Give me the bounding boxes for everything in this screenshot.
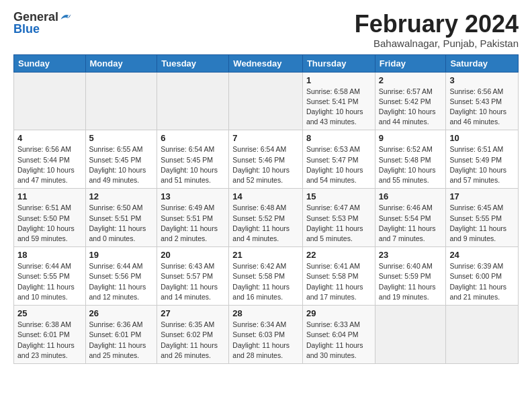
weekday-header-friday: Friday (375, 54, 446, 72)
calendar-cell: 21Sunrise: 6:42 AMSunset: 5:58 PMDayligh… (229, 247, 303, 306)
calendar-cell: 23Sunrise: 6:40 AMSunset: 5:59 PMDayligh… (375, 247, 446, 306)
day-number: 16 (379, 191, 443, 201)
day-info: Sunrise: 6:57 AMSunset: 5:42 PMDaylight:… (379, 87, 443, 128)
day-number: 19 (89, 250, 154, 260)
day-number: 4 (17, 133, 82, 143)
day-info: Sunrise: 6:56 AMSunset: 5:43 PMDaylight:… (449, 87, 515, 128)
calendar-week-row: 11Sunrise: 6:51 AMSunset: 5:50 PMDayligh… (14, 189, 519, 247)
calendar-cell: 8Sunrise: 6:53 AMSunset: 5:47 PMDaylight… (302, 130, 375, 189)
calendar-cell: 3Sunrise: 6:56 AMSunset: 5:43 PMDaylight… (446, 72, 519, 130)
day-info: Sunrise: 6:35 AMSunset: 6:02 PMDaylight:… (161, 320, 225, 361)
calendar-cell: 22Sunrise: 6:41 AMSunset: 5:58 PMDayligh… (302, 247, 375, 306)
day-info: Sunrise: 6:52 AMSunset: 5:48 PMDaylight:… (379, 144, 443, 185)
day-number: 23 (379, 250, 443, 260)
calendar-cell: 2Sunrise: 6:57 AMSunset: 5:42 PMDaylight… (375, 72, 446, 130)
day-number: 11 (17, 191, 82, 201)
title-area: February 2024 Bahawalnagar, Punjab, Paki… (355, 11, 519, 49)
calendar-cell: 28Sunrise: 6:34 AMSunset: 6:03 PMDayligh… (229, 306, 303, 364)
day-info: Sunrise: 6:46 AMSunset: 5:54 PMDaylight:… (379, 203, 443, 244)
day-number: 8 (306, 133, 371, 143)
calendar-cell (375, 306, 446, 364)
calendar-cell: 9Sunrise: 6:52 AMSunset: 5:48 PMDaylight… (375, 130, 446, 189)
day-info: Sunrise: 6:34 AMSunset: 6:03 PMDaylight:… (232, 320, 299, 361)
calendar-cell (85, 72, 157, 130)
logo-bird-icon (60, 11, 72, 23)
day-info: Sunrise: 6:40 AMSunset: 5:59 PMDaylight:… (379, 261, 443, 302)
day-info: Sunrise: 6:42 AMSunset: 5:58 PMDaylight:… (232, 261, 299, 302)
day-number: 12 (89, 191, 154, 201)
weekday-header-sunday: Sunday (14, 54, 86, 72)
weekday-header-thursday: Thursday (302, 54, 375, 72)
day-number: 24 (449, 250, 515, 260)
calendar-cell: 6Sunrise: 6:54 AMSunset: 5:45 PMDaylight… (157, 130, 229, 189)
day-info: Sunrise: 6:33 AMSunset: 6:04 PMDaylight:… (306, 320, 371, 361)
day-info: Sunrise: 6:54 AMSunset: 5:45 PMDaylight:… (161, 144, 225, 185)
day-number: 29 (306, 308, 371, 318)
calendar-week-row: 18Sunrise: 6:44 AMSunset: 5:55 PMDayligh… (14, 247, 519, 306)
calendar-cell: 14Sunrise: 6:48 AMSunset: 5:52 PMDayligh… (229, 189, 303, 247)
day-info: Sunrise: 6:56 AMSunset: 5:44 PMDaylight:… (17, 144, 82, 185)
logo: General Blue (13, 11, 72, 36)
day-number: 10 (449, 133, 515, 143)
day-info: Sunrise: 6:45 AMSunset: 5:55 PMDaylight:… (449, 203, 515, 244)
day-number: 6 (161, 133, 225, 143)
day-number: 20 (161, 250, 225, 260)
calendar-cell: 19Sunrise: 6:44 AMSunset: 5:56 PMDayligh… (85, 247, 157, 306)
calendar-cell: 17Sunrise: 6:45 AMSunset: 5:55 PMDayligh… (446, 189, 519, 247)
calendar-cell (14, 72, 86, 130)
calendar-cell (157, 72, 229, 130)
weekday-header-tuesday: Tuesday (157, 54, 229, 72)
day-info: Sunrise: 6:58 AMSunset: 5:41 PMDaylight:… (306, 87, 371, 128)
day-info: Sunrise: 6:51 AMSunset: 5:49 PMDaylight:… (449, 144, 515, 185)
calendar-cell: 5Sunrise: 6:55 AMSunset: 5:45 PMDaylight… (85, 130, 157, 189)
day-info: Sunrise: 6:44 AMSunset: 5:55 PMDaylight:… (17, 261, 82, 302)
page-header: General Blue February 2024 Bahawalnagar,… (13, 11, 519, 49)
day-number: 2 (379, 75, 443, 85)
calendar-week-row: 25Sunrise: 6:38 AMSunset: 6:01 PMDayligh… (14, 306, 519, 364)
day-info: Sunrise: 6:39 AMSunset: 6:00 PMDaylight:… (449, 261, 515, 302)
calendar-cell: 1Sunrise: 6:58 AMSunset: 5:41 PMDaylight… (302, 72, 375, 130)
calendar-cell: 13Sunrise: 6:49 AMSunset: 5:51 PMDayligh… (157, 189, 229, 247)
day-number: 28 (232, 308, 299, 318)
calendar-cell: 11Sunrise: 6:51 AMSunset: 5:50 PMDayligh… (14, 189, 86, 247)
day-number: 9 (379, 133, 443, 143)
calendar-cell: 20Sunrise: 6:43 AMSunset: 5:57 PMDayligh… (157, 247, 229, 306)
day-info: Sunrise: 6:55 AMSunset: 5:45 PMDaylight:… (89, 144, 154, 185)
calendar-week-row: 1Sunrise: 6:58 AMSunset: 5:41 PMDaylight… (14, 72, 519, 130)
calendar-cell (229, 72, 303, 130)
day-info: Sunrise: 6:54 AMSunset: 5:46 PMDaylight:… (232, 144, 299, 185)
day-number: 13 (161, 191, 225, 201)
day-number: 14 (232, 191, 299, 201)
calendar-cell: 7Sunrise: 6:54 AMSunset: 5:46 PMDaylight… (229, 130, 303, 189)
logo-text-general: General (13, 11, 58, 23)
calendar-week-row: 4Sunrise: 6:56 AMSunset: 5:44 PMDaylight… (14, 130, 519, 189)
day-info: Sunrise: 6:38 AMSunset: 6:01 PMDaylight:… (17, 320, 82, 361)
day-number: 25 (17, 308, 82, 318)
weekday-header-saturday: Saturday (446, 54, 519, 72)
day-number: 7 (232, 133, 299, 143)
day-info: Sunrise: 6:51 AMSunset: 5:50 PMDaylight:… (17, 203, 82, 244)
calendar-cell: 15Sunrise: 6:47 AMSunset: 5:53 PMDayligh… (302, 189, 375, 247)
calendar-header-row: SundayMondayTuesdayWednesdayThursdayFrid… (14, 54, 519, 72)
day-info: Sunrise: 6:48 AMSunset: 5:52 PMDaylight:… (232, 203, 299, 244)
calendar-cell: 27Sunrise: 6:35 AMSunset: 6:02 PMDayligh… (157, 306, 229, 364)
calendar-cell: 4Sunrise: 6:56 AMSunset: 5:44 PMDaylight… (14, 130, 86, 189)
day-number: 15 (306, 191, 371, 201)
day-info: Sunrise: 6:49 AMSunset: 5:51 PMDaylight:… (161, 203, 225, 244)
calendar-cell: 24Sunrise: 6:39 AMSunset: 6:00 PMDayligh… (446, 247, 519, 306)
day-number: 5 (89, 133, 154, 143)
calendar-cell: 12Sunrise: 6:50 AMSunset: 5:51 PMDayligh… (85, 189, 157, 247)
month-title: February 2024 (355, 11, 519, 38)
weekday-header-wednesday: Wednesday (229, 54, 303, 72)
day-info: Sunrise: 6:43 AMSunset: 5:57 PMDaylight:… (161, 261, 225, 302)
day-number: 27 (161, 308, 225, 318)
weekday-header-monday: Monday (85, 54, 157, 72)
day-info: Sunrise: 6:36 AMSunset: 6:01 PMDaylight:… (89, 320, 154, 361)
day-info: Sunrise: 6:44 AMSunset: 5:56 PMDaylight:… (89, 261, 154, 302)
calendar-table: SundayMondayTuesdayWednesdayThursdayFrid… (13, 54, 519, 364)
day-info: Sunrise: 6:47 AMSunset: 5:53 PMDaylight:… (306, 203, 371, 244)
logo-text-blue: Blue (13, 22, 40, 36)
day-number: 22 (306, 250, 371, 260)
calendar-cell: 26Sunrise: 6:36 AMSunset: 6:01 PMDayligh… (85, 306, 157, 364)
day-info: Sunrise: 6:50 AMSunset: 5:51 PMDaylight:… (89, 203, 154, 244)
